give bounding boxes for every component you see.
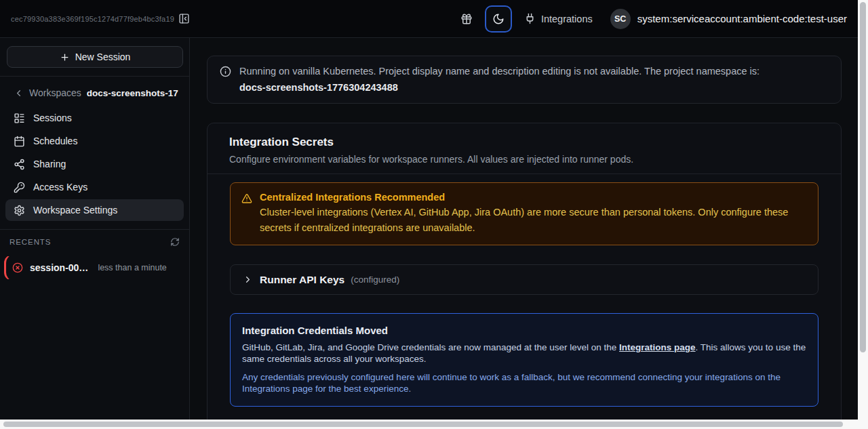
new-session-label: New Session <box>75 52 131 62</box>
runner-api-keys-expander[interactable]: Runner API Keys (configured) <box>230 264 818 295</box>
key-icon <box>14 182 25 193</box>
sharing-icon <box>14 159 25 170</box>
sidebar-item-access-keys[interactable]: Access Keys <box>5 176 184 198</box>
credentials-moved-paragraph-1: GitHub, GitLab, Jira, and Google Drive c… <box>242 342 806 365</box>
warning-text-block: Centralized Integrations Recommended Clu… <box>260 192 807 236</box>
gear-icon <box>14 205 25 216</box>
recent-session-time: less than a minute <box>98 263 166 272</box>
banner-text-block: Running on vanilla Kubernetes. Project d… <box>239 64 760 95</box>
sidebar-item-label: Sharing <box>33 159 66 169</box>
workspace-hash: cec79930a383e369f195c1274d77f9eb4bc3fa19 <box>11 15 174 23</box>
recents-header: RECENTS <box>0 230 189 251</box>
horizontal-scrollbar[interactable] <box>0 420 858 429</box>
card-title: Integration Secrets <box>229 136 819 149</box>
topbar-actions: Integrations SC system:serviceaccount:am… <box>460 5 847 33</box>
scrollbar-corner <box>858 420 868 429</box>
integrations-label: Integrations <box>541 14 593 24</box>
p1-before-link: GitHub, GitLab, Jira, and Google Drive c… <box>242 342 619 352</box>
card-subtitle: Configure environment variables for work… <box>229 154 819 165</box>
workspace-name: docs-screenshots-17… <box>87 88 178 98</box>
credentials-moved-title: Integration Credentials Moved <box>242 325 806 336</box>
recents-title: RECENTS <box>9 238 51 246</box>
integrations-button[interactable]: Integrations <box>524 13 593 24</box>
workspaces-breadcrumb: Workspaces docs-screenshots-17… <box>0 77 189 102</box>
vertical-scrollbar-thumb[interactable] <box>860 2 866 352</box>
top-bar: cec79930a383e369f195c1274d77f9eb4bc3fa19… <box>0 0 858 38</box>
schedules-icon <box>14 136 25 147</box>
sessions-icon <box>14 113 25 124</box>
sidebar-item-workspace-settings[interactable]: Workspace Settings <box>5 199 184 221</box>
chevron-right-icon <box>243 274 253 285</box>
recent-session-name: session-00… <box>30 262 88 273</box>
plug-icon <box>524 13 536 24</box>
card-header: Integration Secrets Configure environmen… <box>208 123 841 174</box>
warning-triangle-icon <box>241 193 252 236</box>
warning-body: Cluster-level integrations (Vertex AI, G… <box>260 205 807 236</box>
avatar[interactable]: SC <box>610 9 631 29</box>
error-circle-x-icon <box>12 262 23 273</box>
main-content: Running on vanilla Kubernetes. Project d… <box>191 38 858 429</box>
banner-namespace: docs-screenshots-1776304243488 <box>239 81 760 95</box>
new-session-button[interactable]: New Session <box>7 46 183 68</box>
runner-api-keys-title: Runner API Keys <box>260 274 344 286</box>
refresh-icon <box>170 237 180 247</box>
moon-icon <box>492 13 505 25</box>
sidebar-item-sessions[interactable]: Sessions <box>5 107 184 129</box>
plus-icon <box>60 52 70 62</box>
recent-session-item[interactable]: session-00… less than a minute <box>4 255 185 281</box>
sidebar-item-label: Access Keys <box>33 182 87 192</box>
kubernetes-info-banner: Running on vanilla Kubernetes. Project d… <box>207 56 842 104</box>
info-icon <box>220 66 231 95</box>
runner-api-keys-badge: (configured) <box>351 274 399 285</box>
card-body: Centralized Integrations Recommended Clu… <box>208 174 841 429</box>
sidebar-item-schedules[interactable]: Schedules <box>5 130 184 152</box>
horizontal-scrollbar-thumb[interactable] <box>3 422 843 427</box>
credentials-moved-notice: Integration Credentials Moved GitHub, Gi… <box>230 313 818 407</box>
sidebar-item-sharing[interactable]: Sharing <box>5 153 184 175</box>
workspaces-label: Workspaces <box>29 87 81 98</box>
banner-text: Running on vanilla Kubernetes. Project d… <box>239 64 760 79</box>
sidebar-item-label: Schedules <box>33 136 77 146</box>
chevron-left-icon <box>14 88 24 98</box>
sidebar: New Session Workspaces docs-screenshots-… <box>0 38 190 429</box>
warning-title: Centralized Integrations Recommended <box>260 192 807 203</box>
centralized-integrations-warning: Centralized Integrations Recommended Clu… <box>230 182 818 245</box>
theme-toggle-button[interactable] <box>485 5 512 33</box>
integration-secrets-card: Integration Secrets Configure environmen… <box>207 123 842 429</box>
integrations-page-link[interactable]: Integrations page <box>619 342 696 352</box>
avatar-initials: SC <box>614 14 626 24</box>
sidebar-item-label: Sessions <box>33 113 72 123</box>
panel-left-close-icon <box>178 13 190 24</box>
gift-icon <box>460 13 473 25</box>
workspaces-back-button[interactable] <box>14 88 24 98</box>
recents-refresh-button[interactable] <box>170 237 180 247</box>
whats-new-button[interactable] <box>460 13 473 25</box>
username: system:serviceaccount:ambient-code:test-… <box>637 13 847 24</box>
vertical-scrollbar[interactable] <box>858 0 868 420</box>
credentials-moved-paragraph-2: Any credentials previously configured he… <box>242 372 806 394</box>
sidebar-collapse-button[interactable] <box>178 13 190 24</box>
sidebar-item-label: Workspace Settings <box>33 205 117 216</box>
sidebar-nav: Sessions Schedules Sharing Access Keys W… <box>5 107 184 221</box>
